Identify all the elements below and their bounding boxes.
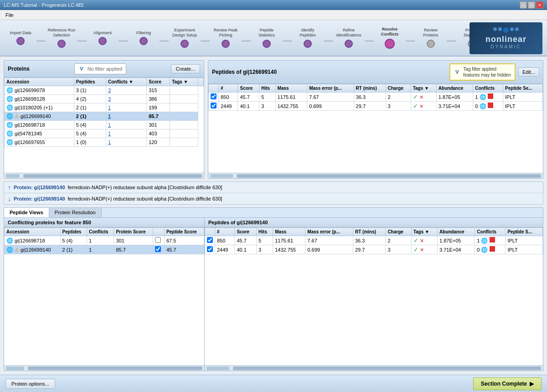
table-row[interactable]: 🌐 gi|126699078 3 (1) 3 315 xyxy=(5,86,204,95)
col-peptides[interactable]: Peptides xyxy=(74,78,106,86)
scrollbar-thumb2[interactable] xyxy=(237,174,541,178)
cell-protein-score: 85.7 xyxy=(114,245,153,254)
cell-check[interactable] xyxy=(205,245,215,254)
scrollbar-h3[interactable] xyxy=(6,366,24,370)
scrollbar-thumb4[interactable] xyxy=(233,366,541,370)
col-conflicts[interactable]: Conflicts xyxy=(475,228,506,236)
row-checkbox[interactable] xyxy=(211,93,217,99)
row-checkbox[interactable] xyxy=(207,237,213,243)
close-btn[interactable]: ✕ xyxy=(536,1,543,9)
nav-experiment-design[interactable]: ExperimentDesign Setup xyxy=(169,26,201,50)
col-peptide-score[interactable]: Peptide Score xyxy=(164,228,204,236)
table-row[interactable]: 850 45.7 5 1175.61 7.67 36.3 2 ✓ ✕ 1.87E… xyxy=(209,93,543,102)
col-tags[interactable]: Tags ▼ xyxy=(411,84,436,93)
proteins-table-scroll[interactable]: Accession Peptides Conflicts ▼ Score Tag… xyxy=(4,77,204,173)
col-conflicts[interactable]: Conflicts xyxy=(473,84,503,93)
edit-button[interactable]: Edit... xyxy=(518,67,539,77)
scrollbar-thumb-h[interactable] xyxy=(6,174,20,178)
col-hits[interactable]: Hits xyxy=(259,84,275,93)
conflicting-table-scroll[interactable]: Accession Peptides Conflicts Protein Sco… xyxy=(4,227,204,365)
row-checkbox[interactable] xyxy=(155,237,161,243)
col-tags[interactable]: Tags ▼ xyxy=(170,78,198,86)
col-hits[interactable]: Hits xyxy=(257,228,273,236)
col-protein-score[interactable]: Protein Score xyxy=(114,228,153,236)
col-mass[interactable]: Mass xyxy=(273,228,305,236)
table-row[interactable]: 🌐 gi|10180205 (+1) 2 (1) 1 199 xyxy=(5,103,204,112)
table-row-selected[interactable]: 🌐 ⚠ gi|126699140 2 (1) 1 85.7 45.7 xyxy=(5,245,204,254)
nav-circle-exp xyxy=(181,40,189,48)
cell-check[interactable] xyxy=(205,236,215,245)
nav-reference-selection[interactable]: Reference RunSelection xyxy=(46,26,77,50)
col-accession[interactable]: Accession xyxy=(5,78,74,86)
row-checkbox[interactable] xyxy=(207,246,213,252)
col-conflicts[interactable]: Conflicts xyxy=(87,228,114,236)
minimize-btn[interactable]: ─ xyxy=(520,1,527,9)
peptides-top-scrollbar[interactable] xyxy=(208,173,543,178)
nav-resolve-conflicts[interactable]: ResolveConflicts xyxy=(374,25,406,51)
nav-review-peak[interactable]: Review PeakPicking xyxy=(210,26,242,50)
col-charge[interactable]: Charge xyxy=(386,84,411,93)
tab-peptide-views[interactable]: Peptide Views xyxy=(4,208,49,217)
col-rt[interactable]: RT (mins) xyxy=(354,84,386,93)
col-mass[interactable]: Mass xyxy=(275,84,307,93)
section-complete-button[interactable]: Section Complete ▶ xyxy=(473,377,542,390)
filter-box[interactable]: ⛛ No filter applied xyxy=(74,63,126,74)
table-row[interactable]: 850 45.7 5 1175.61 7.67 36.3 2 ✓ ✕ 1.87E… xyxy=(205,236,543,245)
cell-abundance: 1.87E+05 xyxy=(436,93,473,102)
col-peptide-seq[interactable]: Peptide S... xyxy=(506,228,543,236)
tab-protein-resolution[interactable]: Protein Resolution xyxy=(49,208,102,217)
nav-refine-id[interactable]: RefineIdentifications xyxy=(333,26,365,50)
col-conflicts[interactable]: Conflicts ▼ xyxy=(106,78,146,86)
cell-check[interactable] xyxy=(209,102,219,111)
nav-alignment[interactable]: Alignment xyxy=(87,29,119,47)
peptides-top-table-scroll[interactable]: # Score Hits Mass Mass error (p... RT (m… xyxy=(208,84,543,173)
table-row-selected[interactable]: 🌐 ⚠ gi|126699140 2 (1) 1 85.7 xyxy=(5,112,204,121)
row-checkbox[interactable] xyxy=(155,246,161,252)
col-abundance[interactable]: Abundance xyxy=(436,84,473,93)
file-menu[interactable]: File xyxy=(2,11,17,19)
col-charge[interactable]: Charge xyxy=(386,228,411,236)
window-controls[interactable]: ─ □ ✕ xyxy=(520,1,543,9)
table-row[interactable]: 🌐 gi|126698718 5 (4) 1 301 xyxy=(5,121,204,129)
col-mass-error[interactable]: Mass error (p... xyxy=(305,228,353,236)
cell-check[interactable] xyxy=(153,236,164,245)
cell-mass: 1432.755 xyxy=(275,102,307,111)
peptides-bottom-scrollbar[interactable] xyxy=(205,365,543,371)
col-rt[interactable]: RT (mins) xyxy=(353,228,385,236)
proteins-scrollbar[interactable] xyxy=(4,173,204,178)
col-num[interactable]: # xyxy=(219,84,238,93)
col-mass-error[interactable]: Mass error (p... xyxy=(307,84,354,93)
scrollbar-thumb3[interactable] xyxy=(28,366,202,370)
table-row[interactable]: 2449 40.1 3 1432.755 0.699 29.7 3 ✓ ✕ 3.… xyxy=(209,102,543,111)
row-checkbox[interactable] xyxy=(211,103,217,108)
nav-peptide-stats[interactable]: PeptideStatistics xyxy=(251,26,283,50)
col-accession[interactable]: Accession xyxy=(5,228,61,236)
col-score[interactable]: Score xyxy=(238,84,259,93)
table-row[interactable]: 🌐 gi|54781345 5 (4) 1 403 xyxy=(5,129,204,138)
nav-filtering[interactable]: Filtering xyxy=(128,29,160,47)
nav-identify-peptides[interactable]: IdentifyPeptides xyxy=(292,26,324,50)
col-score[interactable]: Score xyxy=(235,228,257,236)
table-row[interactable]: 🌐 gi|126698718 5 (4) 1 301 67.5 xyxy=(5,236,204,245)
conflicting-scrollbar[interactable] xyxy=(4,365,204,371)
nav-review-proteins[interactable]: ReviewProteins xyxy=(415,26,447,50)
restore-btn[interactable]: □ xyxy=(528,1,535,9)
scrollbar-h4[interactable] xyxy=(206,366,229,370)
col-peptide-seq[interactable]: Peptide Se... xyxy=(503,84,543,93)
col-abundance[interactable]: Abundance xyxy=(438,228,475,236)
col-num[interactable]: # xyxy=(215,228,235,236)
table-row[interactable]: 🌐 gi|126697655 1 (0) 1 120 xyxy=(5,138,204,147)
protein-options-button[interactable]: Protein options... xyxy=(5,379,55,389)
col-peptides[interactable]: Peptides xyxy=(60,228,87,236)
table-row[interactable]: 🌐 gi|126699128 4 (2) 3 386 xyxy=(5,95,204,103)
col-score[interactable]: Score xyxy=(147,78,170,86)
table-row[interactable]: 2449 40.1 3 1432.755 0.699 29.7 3 ✓ ✕ 3.… xyxy=(205,245,543,254)
cell-check[interactable] xyxy=(209,93,219,102)
scrollbar-thumb[interactable] xyxy=(23,174,202,178)
scrollbar-thumb-h2[interactable] xyxy=(210,174,233,178)
col-tags[interactable]: Tags ▼ xyxy=(411,228,437,236)
create-button[interactable]: Create... xyxy=(171,64,200,73)
peptides-bottom-table-scroll[interactable]: # Score Hits Mass Mass error (p... RT (m… xyxy=(205,227,543,365)
nav-import-data[interactable]: Import Data xyxy=(5,29,36,47)
cell-check[interactable] xyxy=(153,245,164,254)
